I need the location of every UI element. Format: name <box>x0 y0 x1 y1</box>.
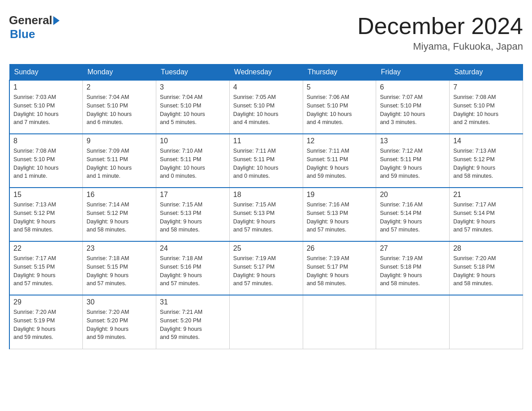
calendar-week-row: 15Sunrise: 7:13 AMSunset: 5:12 PMDayligh… <box>9 188 523 241</box>
calendar-week-row: 22Sunrise: 7:17 AMSunset: 5:15 PMDayligh… <box>9 241 523 295</box>
day-info: Sunrise: 7:13 AMSunset: 5:12 PMDaylight:… <box>13 201 79 234</box>
day-number: 2 <box>86 83 152 91</box>
calendar-cell <box>229 295 303 349</box>
day-number: 22 <box>13 244 79 253</box>
calendar-cell: 14Sunrise: 7:13 AMSunset: 5:12 PMDayligh… <box>450 134 523 188</box>
calendar-cell: 30Sunrise: 7:20 AMSunset: 5:20 PMDayligh… <box>83 295 156 349</box>
col-header-monday: Monday <box>83 64 156 81</box>
calendar-cell: 6Sunrise: 7:07 AMSunset: 5:10 PMDaylight… <box>376 80 450 134</box>
calendar-cell: 8Sunrise: 7:08 AMSunset: 5:10 PMDaylight… <box>9 134 83 188</box>
calendar-table: SundayMondayTuesdayWednesdayThursdayFrid… <box>9 64 523 349</box>
day-info: Sunrise: 7:19 AMSunset: 5:18 PMDaylight:… <box>380 254 446 288</box>
day-number: 5 <box>307 83 373 91</box>
day-info: Sunrise: 7:11 AMSunset: 5:11 PMDaylight:… <box>233 147 299 180</box>
day-info: Sunrise: 7:20 AMSunset: 5:20 PMDaylight:… <box>86 308 152 342</box>
day-info: Sunrise: 7:04 AMSunset: 5:10 PMDaylight:… <box>86 93 152 127</box>
day-number: 8 <box>13 137 79 145</box>
day-number: 28 <box>453 244 519 253</box>
day-info: Sunrise: 7:15 AMSunset: 5:13 PMDaylight:… <box>233 201 299 234</box>
month-title: December 2024 <box>357 13 523 39</box>
calendar-cell: 16Sunrise: 7:14 AMSunset: 5:12 PMDayligh… <box>83 188 156 241</box>
day-info: Sunrise: 7:07 AMSunset: 5:10 PMDaylight:… <box>380 93 446 127</box>
logo-blue-text: Blue <box>10 27 35 41</box>
day-number: 16 <box>86 191 152 199</box>
col-header-tuesday: Tuesday <box>156 64 230 81</box>
calendar-cell: 10Sunrise: 7:10 AMSunset: 5:11 PMDayligh… <box>156 134 230 188</box>
day-info: Sunrise: 7:18 AMSunset: 5:16 PMDaylight:… <box>160 254 226 288</box>
calendar-cell: 29Sunrise: 7:20 AMSunset: 5:19 PMDayligh… <box>9 295 83 349</box>
calendar-cell <box>450 295 523 349</box>
calendar-cell: 11Sunrise: 7:11 AMSunset: 5:11 PMDayligh… <box>229 134 303 188</box>
day-number: 20 <box>380 191 446 199</box>
calendar-cell: 26Sunrise: 7:19 AMSunset: 5:17 PMDayligh… <box>303 241 376 295</box>
day-info: Sunrise: 7:08 AMSunset: 5:10 PMDaylight:… <box>453 93 519 127</box>
day-number: 23 <box>86 244 152 253</box>
calendar-cell: 22Sunrise: 7:17 AMSunset: 5:15 PMDayligh… <box>9 241 83 295</box>
day-info: Sunrise: 7:14 AMSunset: 5:12 PMDaylight:… <box>86 201 152 234</box>
calendar-cell: 19Sunrise: 7:16 AMSunset: 5:13 PMDayligh… <box>303 188 376 241</box>
calendar-cell: 15Sunrise: 7:13 AMSunset: 5:12 PMDayligh… <box>9 188 83 241</box>
day-number: 30 <box>86 298 152 306</box>
calendar-cell: 25Sunrise: 7:19 AMSunset: 5:17 PMDayligh… <box>229 241 303 295</box>
calendar-cell: 27Sunrise: 7:19 AMSunset: 5:18 PMDayligh… <box>376 241 450 295</box>
day-info: Sunrise: 7:11 AMSunset: 5:11 PMDaylight:… <box>307 147 373 180</box>
calendar-cell: 4Sunrise: 7:05 AMSunset: 5:10 PMDaylight… <box>229 80 303 134</box>
day-info: Sunrise: 7:10 AMSunset: 5:11 PMDaylight:… <box>160 147 226 180</box>
logo-general-text: General <box>9 13 52 27</box>
calendar-cell <box>376 295 450 349</box>
logo: General Blue <box>9 13 60 41</box>
col-header-saturday: Saturday <box>450 64 523 81</box>
calendar-cell: 5Sunrise: 7:06 AMSunset: 5:10 PMDaylight… <box>303 80 376 134</box>
day-number: 12 <box>307 137 373 145</box>
col-header-wednesday: Wednesday <box>229 64 303 81</box>
day-number: 27 <box>380 244 446 253</box>
col-header-friday: Friday <box>376 64 450 81</box>
page-header: General Blue December 2024 Miyama, Fukuo… <box>9 9 523 57</box>
day-number: 11 <box>233 137 299 145</box>
day-number: 21 <box>453 191 519 199</box>
logo-arrow-icon <box>53 16 60 25</box>
day-number: 7 <box>453 83 519 91</box>
day-number: 15 <box>13 191 79 199</box>
day-number: 14 <box>453 137 519 145</box>
day-number: 19 <box>307 191 373 199</box>
calendar-cell: 18Sunrise: 7:15 AMSunset: 5:13 PMDayligh… <box>229 188 303 241</box>
calendar-cell: 21Sunrise: 7:17 AMSunset: 5:14 PMDayligh… <box>450 188 523 241</box>
day-number: 26 <box>307 244 373 253</box>
day-number: 25 <box>233 244 299 253</box>
calendar-cell: 31Sunrise: 7:21 AMSunset: 5:20 PMDayligh… <box>156 295 230 349</box>
calendar-cell: 24Sunrise: 7:18 AMSunset: 5:16 PMDayligh… <box>156 241 230 295</box>
day-number: 3 <box>160 83 226 91</box>
day-info: Sunrise: 7:17 AMSunset: 5:15 PMDaylight:… <box>13 254 79 288</box>
day-number: 13 <box>380 137 446 145</box>
col-header-sunday: Sunday <box>9 64 83 81</box>
calendar-week-row: 8Sunrise: 7:08 AMSunset: 5:10 PMDaylight… <box>9 134 523 188</box>
day-info: Sunrise: 7:13 AMSunset: 5:12 PMDaylight:… <box>453 147 519 180</box>
day-info: Sunrise: 7:05 AMSunset: 5:10 PMDaylight:… <box>233 93 299 127</box>
calendar-cell: 2Sunrise: 7:04 AMSunset: 5:10 PMDaylight… <box>83 80 156 134</box>
day-info: Sunrise: 7:18 AMSunset: 5:15 PMDaylight:… <box>86 254 152 288</box>
day-info: Sunrise: 7:15 AMSunset: 5:13 PMDaylight:… <box>160 201 226 234</box>
calendar-cell: 12Sunrise: 7:11 AMSunset: 5:11 PMDayligh… <box>303 134 376 188</box>
day-number: 4 <box>233 83 299 91</box>
day-info: Sunrise: 7:12 AMSunset: 5:11 PMDaylight:… <box>380 147 446 180</box>
day-info: Sunrise: 7:06 AMSunset: 5:10 PMDaylight:… <box>307 93 373 127</box>
day-number: 9 <box>86 137 152 145</box>
calendar-header-row: SundayMondayTuesdayWednesdayThursdayFrid… <box>9 64 523 81</box>
day-info: Sunrise: 7:03 AMSunset: 5:10 PMDaylight:… <box>13 93 79 127</box>
day-info: Sunrise: 7:20 AMSunset: 5:19 PMDaylight:… <box>13 308 79 342</box>
day-info: Sunrise: 7:09 AMSunset: 5:11 PMDaylight:… <box>86 147 152 180</box>
calendar-cell: 3Sunrise: 7:04 AMSunset: 5:10 PMDaylight… <box>156 80 230 134</box>
calendar-cell: 13Sunrise: 7:12 AMSunset: 5:11 PMDayligh… <box>376 134 450 188</box>
day-info: Sunrise: 7:04 AMSunset: 5:10 PMDaylight:… <box>160 93 226 127</box>
calendar-cell <box>303 295 376 349</box>
day-number: 6 <box>380 83 446 91</box>
day-info: Sunrise: 7:08 AMSunset: 5:10 PMDaylight:… <box>13 147 79 180</box>
day-info: Sunrise: 7:20 AMSunset: 5:18 PMDaylight:… <box>453 254 519 288</box>
day-number: 31 <box>160 298 226 306</box>
calendar-cell: 28Sunrise: 7:20 AMSunset: 5:18 PMDayligh… <box>450 241 523 295</box>
day-number: 18 <box>233 191 299 199</box>
day-number: 1 <box>13 83 79 91</box>
calendar-cell: 17Sunrise: 7:15 AMSunset: 5:13 PMDayligh… <box>156 188 230 241</box>
day-info: Sunrise: 7:16 AMSunset: 5:14 PMDaylight:… <box>380 201 446 234</box>
